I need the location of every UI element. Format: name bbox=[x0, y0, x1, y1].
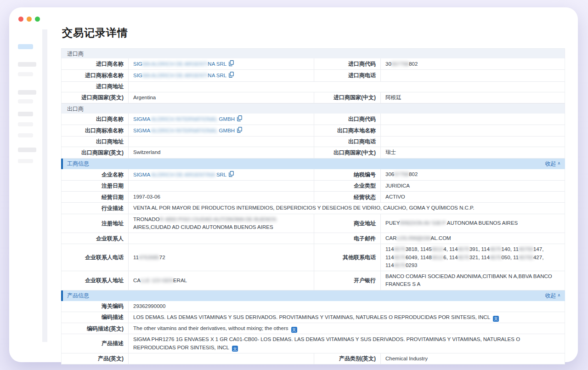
field-label: 出口商国家(中文) bbox=[314, 147, 381, 158]
value-text: TRONADO bbox=[133, 216, 160, 222]
field-label: 进口商国家(英文) bbox=[62, 92, 129, 103]
value-text: 瑞士 bbox=[385, 149, 396, 155]
field-label: 出口商地址 bbox=[62, 137, 129, 147]
field-value: LOS DEMAS. LAS DEMAS VITAMINAS Y SUS DER… bbox=[129, 312, 565, 323]
close-button[interactable] bbox=[18, 17, 23, 22]
collapse-toggle[interactable]: 收起∧ bbox=[545, 290, 560, 301]
value-text: VENTA AL POR MAYOR DE PRODUCTOS INTERMED… bbox=[133, 205, 474, 211]
company-link-text: GMBH bbox=[219, 116, 235, 122]
redacted-text: 657758 bbox=[391, 61, 409, 67]
sidebar-nav-item[interactable] bbox=[18, 148, 36, 152]
value-text: 306 bbox=[385, 171, 394, 177]
maximize-button[interactable] bbox=[35, 17, 40, 22]
field-label: 出口商电话 bbox=[314, 137, 381, 147]
value-text: 391, 114 bbox=[469, 246, 490, 252]
field-value-text: SIGMA ALDRICH DE ARGENTINA SRL bbox=[133, 171, 234, 179]
table-row: 进口商地址 bbox=[61, 82, 565, 92]
field-value: CARLOS.RM@GMAL.COM bbox=[381, 233, 565, 244]
copy-icon[interactable] bbox=[237, 127, 242, 133]
table-row: 产品描述SIGMA PHR1276 1G ENVASES X 1 GR CA01… bbox=[61, 334, 565, 353]
field-value: 11445753818, 114566134, 1144575391, 1144… bbox=[381, 244, 565, 271]
redacted-text: 6613 bbox=[432, 255, 444, 260]
value-text: 802 bbox=[409, 61, 418, 67]
copy-icon[interactable] bbox=[229, 72, 234, 78]
sidebar-nav-item[interactable] bbox=[18, 99, 33, 103]
redacted-text: 4575 bbox=[394, 246, 406, 252]
translate-icon[interactable]: 文 bbox=[291, 327, 297, 333]
field-value-text: CALLE 123 GENERAL bbox=[133, 277, 187, 285]
redacted-text: 4763985 bbox=[139, 255, 159, 260]
collapse-label: 收起 bbox=[545, 290, 556, 301]
value-text: LOS DEMAS. LAS DEMAS VITAMINAS Y SUS DER… bbox=[133, 314, 490, 320]
value-text: 6049, 1148 bbox=[406, 255, 432, 260]
field-label: 进口商标准名称 bbox=[62, 70, 129, 81]
translate-icon[interactable]: 文 bbox=[493, 316, 499, 322]
value-text: ACTIVO bbox=[385, 194, 405, 199]
sidebar-nav-item[interactable] bbox=[18, 112, 33, 116]
field-value[interactable]: SIGMA ALDRICH DE ARGENTINA SRL bbox=[129, 58, 314, 69]
copy-icon[interactable] bbox=[229, 171, 234, 177]
sidebar-nav-item[interactable] bbox=[18, 122, 33, 126]
company-link-text: GMBH bbox=[219, 128, 235, 133]
redacted-text: 4575 bbox=[490, 255, 502, 260]
table-row: 企业联系人电子邮件CARLOS.RM@GMAL.COM bbox=[61, 233, 565, 244]
field-value-text: 29362990000 bbox=[133, 302, 165, 310]
field-value bbox=[129, 353, 314, 364]
field-value-text: SIGMA ALDRICH INTERNATIONAL GMBH bbox=[133, 126, 242, 135]
translate-icon[interactable]: 文 bbox=[232, 346, 238, 352]
main-content: 交易记录详情 进口商进口商名称SIGMA ALDRICH DE ARGENTIN… bbox=[61, 26, 565, 364]
sidebar-nav-item[interactable] bbox=[18, 62, 36, 67]
section-title: 产品信息 bbox=[67, 292, 89, 299]
value-text: 阿根廷 bbox=[385, 95, 401, 100]
section-title: 出口商 bbox=[67, 106, 84, 112]
field-label: 其他联系电话 bbox=[314, 244, 381, 271]
field-value-text: 30657758802 bbox=[385, 171, 418, 178]
copy-icon[interactable] bbox=[237, 115, 242, 121]
sidebar-nav-item[interactable] bbox=[18, 90, 36, 95]
field-label: 海关编码 bbox=[62, 301, 129, 312]
field-label: 产品描述 bbox=[62, 334, 129, 353]
field-value bbox=[129, 233, 314, 244]
field-value-text: The other vitamins and their derivatives… bbox=[133, 324, 297, 332]
sidebar-nav-item[interactable] bbox=[18, 133, 33, 137]
value-text: AUTONOMA BUENOS AIRES bbox=[446, 220, 518, 226]
value-text: CAR bbox=[385, 235, 396, 241]
value-text: 427, bbox=[533, 255, 543, 260]
table-row: 进口商名称SIGMA ALDRICH DE ARGENTINA SRL进口商代码… bbox=[61, 58, 565, 70]
table-row: 行业描述VENTA AL POR MAYOR DE PRODUCTOS INTE… bbox=[61, 203, 565, 214]
value-text: 72 bbox=[159, 255, 165, 260]
field-value: The other vitamins and their derivatives… bbox=[129, 323, 565, 334]
sidebar-nav-item-active[interactable] bbox=[18, 44, 33, 49]
page-title: 交易记录详情 bbox=[61, 26, 565, 40]
table-row: 编码描述(英文)The other vitamins and their der… bbox=[61, 323, 565, 334]
field-label: 经营状态 bbox=[314, 192, 381, 202]
field-value-text: SIGMA PHR1276 1G ENVASES X 1 GR CA01-CB0… bbox=[133, 336, 560, 352]
field-value[interactable]: SIGMA ALDRICH INTERNATIONAL GMBH bbox=[129, 125, 314, 136]
table-row: 企业联系人地址CALLE 123 GENERAL开户银行BANCO COMAFI… bbox=[61, 271, 565, 290]
field-value: VENTA AL POR MAYOR DE PRODUCTOS INTERMED… bbox=[129, 203, 565, 213]
field-value bbox=[381, 125, 565, 136]
chevron-up-icon: ∧ bbox=[557, 158, 560, 169]
field-label: 电子邮件 bbox=[314, 233, 381, 244]
section-title: 工商信息 bbox=[67, 160, 89, 167]
sidebar-divider bbox=[42, 29, 47, 342]
field-label: 经营日期 bbox=[62, 192, 129, 202]
field-value[interactable]: SIGMA ALDRICH DE ARGENTINA SRL bbox=[129, 169, 314, 180]
collapse-toggle[interactable]: 收起∧ bbox=[545, 159, 560, 169]
minimize-button[interactable] bbox=[27, 17, 32, 22]
sidebar-nav-item[interactable] bbox=[18, 159, 33, 163]
table-row: 编码描述LOS DEMAS. LAS DEMAS VITAMINAS Y SUS… bbox=[61, 312, 565, 323]
field-label: 进口商国家(中文) bbox=[314, 92, 381, 103]
field-value-text: 阿根廷 bbox=[385, 94, 401, 102]
field-value[interactable]: SIGMA ALDRICH INTERNATIONAL GMBH bbox=[129, 114, 314, 125]
section-title: 进口商 bbox=[67, 51, 84, 57]
redacted-text: 4575 bbox=[394, 262, 406, 268]
field-value: Switzerland bbox=[129, 147, 314, 158]
copy-icon[interactable] bbox=[229, 60, 234, 66]
field-value[interactable]: SIGMA ALDRICH DE ARGENTINA SRL bbox=[129, 70, 314, 81]
value-text: 11 bbox=[133, 255, 139, 260]
sidebar-nav-item[interactable] bbox=[18, 72, 33, 76]
field-value-text: VENTA AL POR MAYOR DE PRODUCTOS INTERMED… bbox=[133, 204, 474, 212]
field-value-text: Argentina bbox=[133, 94, 156, 102]
value-text: 3818, 1145 bbox=[406, 246, 432, 252]
